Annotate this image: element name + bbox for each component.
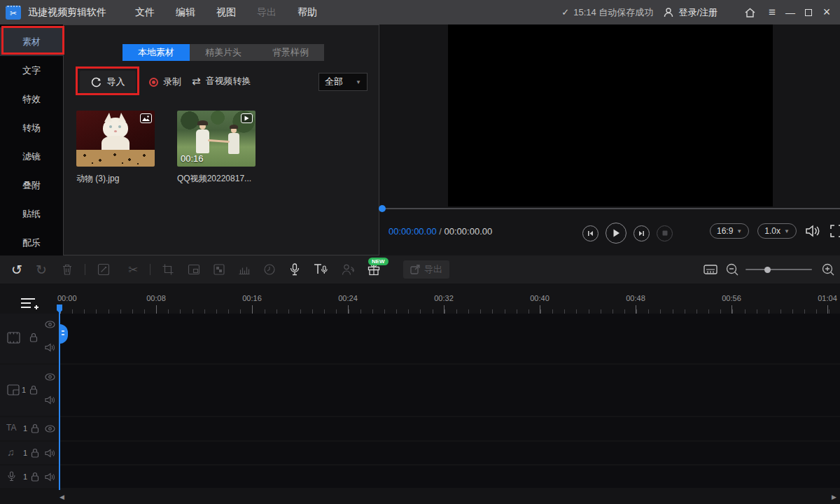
home-icon[interactable] xyxy=(744,7,756,18)
record-button[interactable]: 录制 xyxy=(149,76,181,88)
lock-icon[interactable] xyxy=(29,332,38,342)
minimize-button[interactable]: — xyxy=(781,7,799,18)
menu-view[interactable]: 视图 xyxy=(206,6,246,19)
track-header-text[interactable]: TA 1 xyxy=(0,417,59,440)
visibility-icon[interactable] xyxy=(45,373,55,381)
aspect-ratio-dropdown[interactable]: 16:9▼ xyxy=(710,223,749,239)
tab-background-samples[interactable]: 背景样例 xyxy=(257,44,324,61)
volume-icon[interactable] xyxy=(805,224,822,238)
sidebar-item-effects[interactable]: 特效 xyxy=(0,85,63,113)
filter-dropdown[interactable]: 全部 ▼ xyxy=(318,73,368,91)
video-viewport[interactable] xyxy=(448,24,773,206)
visibility-icon[interactable] xyxy=(45,425,55,433)
text-track-icon: TA xyxy=(6,423,16,433)
track-header-video[interactable] xyxy=(0,314,59,363)
music-track-icon: ♫ xyxy=(7,447,15,458)
preview-seekbar[interactable] xyxy=(379,208,840,209)
sidebar-item-stickers[interactable]: 贴纸 xyxy=(0,200,63,228)
track-row-video[interactable] xyxy=(59,314,840,363)
speed-dropdown[interactable]: 1.0x▼ xyxy=(757,223,797,239)
sidebar: 素材 文字 特效 转场 滤镜 叠附 贴纸 配乐 xyxy=(0,24,63,255)
timeline-zoom-slider[interactable] xyxy=(746,269,812,270)
zoom-in-icon[interactable] xyxy=(822,263,834,276)
timeline-ruler[interactable]: 00:00 00:08 00:16 00:24 00:32 00:40 00:4… xyxy=(0,294,840,314)
zoom-out-icon[interactable] xyxy=(726,263,738,276)
microphone-icon[interactable] xyxy=(290,263,300,276)
preview-panel: 00:00:00.00 / 00:00:00.00 16:9▼ 1.0x▼ xyxy=(379,24,840,255)
scroll-left-icon[interactable]: ◀ xyxy=(59,493,64,500)
menu-export: 导出 xyxy=(246,6,287,19)
ruler-label: 00:24 xyxy=(334,294,362,302)
track-row-music[interactable] xyxy=(59,442,840,464)
menu-help[interactable]: 帮助 xyxy=(287,6,328,19)
seekbar-handle[interactable] xyxy=(379,205,386,212)
tab-local-material[interactable]: 本地素材 xyxy=(122,44,190,61)
visibility-icon[interactable] xyxy=(45,321,55,328)
close-button[interactable]: × xyxy=(818,5,836,20)
track-row-voice[interactable] xyxy=(59,465,840,488)
ruler-label: 00:08 xyxy=(142,294,170,302)
login-link[interactable]: 登录/注册 xyxy=(678,6,718,19)
titlebar-right: ✓ 15:14 自动保存成功 登录/注册 ≡ — × xyxy=(561,5,840,20)
sidebar-item-filters[interactable]: 滤镜 xyxy=(0,142,63,171)
tab-intro-templates[interactable]: 精美片头 xyxy=(190,44,257,61)
split-icon: ✂ xyxy=(128,264,138,276)
gift-icon[interactable] xyxy=(368,264,380,276)
fit-timeline-icon[interactable] xyxy=(704,264,718,275)
titlebar: ✂ 迅捷视频剪辑软件 文件 编辑 视图 导出 帮助 ✓ 15:14 自动保存成功… xyxy=(0,0,840,24)
track-row-pip[interactable] xyxy=(59,365,840,416)
maximize-button[interactable] xyxy=(799,7,818,18)
import-button[interactable]: 导入 xyxy=(80,71,136,93)
track-count: 1 xyxy=(23,424,27,433)
lock-icon[interactable] xyxy=(29,385,38,395)
scroll-right-icon[interactable]: ▶ xyxy=(832,493,836,500)
media-item-video[interactable]: 00:16 QQ视频20220817... xyxy=(177,111,255,185)
mute-icon[interactable] xyxy=(45,396,55,405)
next-frame-button[interactable] xyxy=(634,225,650,241)
audio-wave-icon xyxy=(239,265,251,275)
zoom-slider-thumb[interactable] xyxy=(764,267,771,273)
lock-icon[interactable] xyxy=(31,448,39,458)
menubar: 文件 编辑 视图 导出 帮助 xyxy=(125,6,328,19)
track-row-text[interactable] xyxy=(59,417,840,440)
mute-icon[interactable] xyxy=(45,343,55,352)
main-menu-icon[interactable]: ≡ xyxy=(763,6,781,20)
video-thumbnail[interactable]: 00:16 xyxy=(177,111,255,167)
chevron-down-icon: ▼ xyxy=(784,228,790,234)
convert-button[interactable]: ⇄ 音视频转换 xyxy=(192,75,251,88)
mute-icon[interactable] xyxy=(45,449,55,458)
video-type-badge-icon xyxy=(241,113,253,123)
chevron-down-icon: ▼ xyxy=(736,228,742,234)
prev-frame-button[interactable] xyxy=(582,225,598,241)
track-header-voice[interactable]: 1 xyxy=(0,465,59,488)
mute-icon[interactable] xyxy=(45,472,55,482)
sidebar-item-material[interactable]: 素材 xyxy=(0,27,63,56)
user-icon xyxy=(663,7,674,18)
pip-track-icon xyxy=(7,384,20,396)
menu-edit[interactable]: 编辑 xyxy=(165,6,206,19)
sidebar-item-text[interactable]: 文字 xyxy=(0,56,63,85)
sidebar-item-overlays[interactable]: 叠附 xyxy=(0,171,63,200)
image-thumbnail[interactable] xyxy=(76,111,155,167)
sidebar-item-music[interactable]: 配乐 xyxy=(0,228,63,257)
new-badge: NEW xyxy=(368,258,388,265)
track-header-pip[interactable]: 1 xyxy=(0,365,59,416)
voice-change-icon xyxy=(342,264,354,276)
sidebar-item-transitions[interactable]: 转场 xyxy=(0,113,63,142)
record-icon xyxy=(149,78,158,87)
lock-icon[interactable] xyxy=(31,472,39,482)
fullscreen-icon[interactable] xyxy=(830,225,840,237)
toolbar-divider xyxy=(150,264,150,275)
crop-icon xyxy=(162,264,174,276)
track-header-music[interactable]: ♫ 1 xyxy=(0,442,59,464)
play-button[interactable] xyxy=(606,223,626,244)
undo-icon[interactable]: ↺ xyxy=(11,263,22,276)
ruler-label: 00:56 xyxy=(718,294,746,302)
track-count: 1 xyxy=(22,386,26,394)
text-to-speech-icon[interactable] xyxy=(314,263,328,276)
lock-icon[interactable] xyxy=(31,424,39,433)
media-item-image[interactable]: 动物 (3).jpg xyxy=(76,111,155,185)
menu-file[interactable]: 文件 xyxy=(125,6,165,19)
app-title: 迅捷视频剪辑软件 xyxy=(28,6,106,19)
convert-icon: ⇄ xyxy=(192,75,201,88)
